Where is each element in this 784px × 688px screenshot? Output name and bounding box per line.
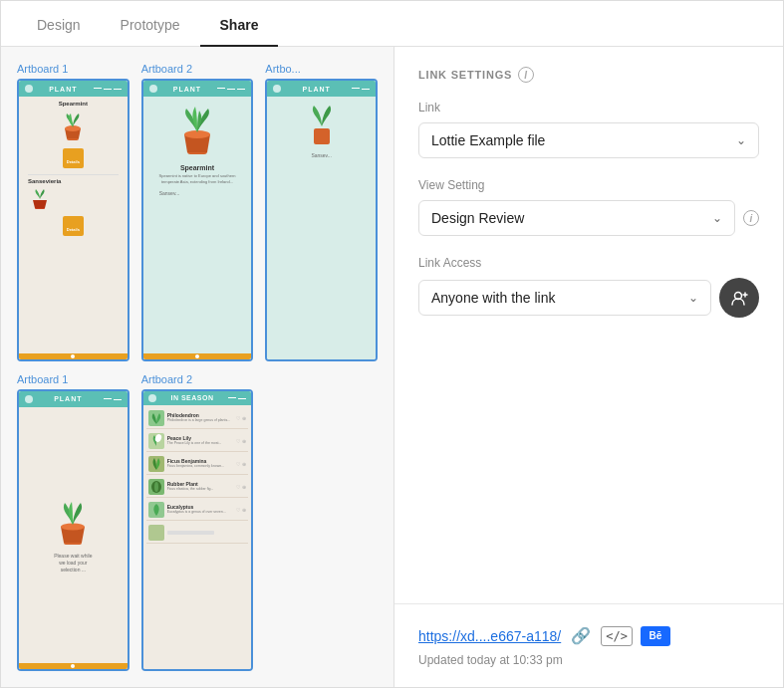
view-setting-info-icon[interactable]: i	[743, 210, 759, 226]
link-field-label: Link	[418, 101, 759, 115]
artboard-2-bot-thumb[interactable]: IN SEASON	[141, 389, 254, 672]
season-item-philodendron: Philodendron Philodendron is a large gen…	[146, 408, 249, 429]
embed-code-icon[interactable]: </>	[601, 626, 633, 646]
behance-label: Bē	[650, 630, 662, 641]
phone-footer-1	[19, 353, 128, 359]
menu-icon-1	[94, 88, 122, 90]
tab-share[interactable]: Share	[200, 1, 279, 47]
artboard-3-top-label: Artbo...	[265, 63, 378, 75]
link-chevron-icon: ⌄	[736, 133, 746, 147]
main-content: Artboard 1 PLANT	[1, 47, 783, 687]
loading-body: Please wait whilewe load yourselection .…	[19, 407, 128, 664]
sansevieria-pot	[28, 186, 52, 212]
artboard-2-top-label: Artboard 2	[141, 63, 254, 75]
app-title-1: PLANT	[49, 86, 77, 93]
artboard-3-top: Artbo... PLANT	[265, 63, 378, 361]
footer-dot	[71, 354, 75, 358]
link-access-chevron-icon: ⌄	[688, 291, 698, 305]
artboard-2-top: Artboard 2 PLANT	[141, 63, 254, 361]
copy-link-icon[interactable]: 🔗	[569, 624, 593, 647]
link-access-field-group: Link Access Anyone with the link ⌄	[418, 256, 759, 318]
season-item-peace-lily: Peace Lily The Peace Lily is one of the …	[146, 431, 249, 452]
loading-pot-svg	[51, 497, 95, 549]
updated-text: Updated today at 10:33 pm	[418, 653, 759, 667]
svg-point-2	[65, 125, 81, 131]
view-setting-label: View Setting	[418, 178, 759, 192]
artboard-1-bot-label: Artboard 1	[17, 373, 130, 385]
loading-text: Please wait whilewe load yourselection .…	[54, 553, 92, 573]
link-access-label: Link Access	[418, 256, 759, 270]
phone-mock-2: PLANT	[143, 81, 252, 359]
view-setting-dropdown[interactable]: Design Review ⌄	[418, 200, 735, 236]
artboard-1-top-thumb[interactable]: PLANT Spearmint	[17, 79, 130, 361]
phone-header-3: PLANT	[267, 81, 376, 97]
in-season-screen: IN SEASON	[143, 391, 252, 670]
behance-button[interactable]: Bē	[641, 626, 670, 646]
section-title-text: LINK SETTINGS	[418, 69, 512, 81]
link-settings-section: LINK SETTINGS i Link Lottie Example file…	[394, 47, 783, 604]
season-item-rubber: Rubber Plant Ficus elastica, the rubber …	[146, 477, 249, 498]
partial-plant-svg	[302, 101, 342, 150]
link-access-dropdown[interactable]: Anyone with the link ⌄	[418, 280, 711, 316]
tab-prototype[interactable]: Prototype	[101, 1, 200, 47]
svg-rect-8	[314, 128, 330, 144]
artboard-2-top-thumb[interactable]: PLANT	[141, 79, 254, 361]
back-circle	[25, 85, 33, 93]
link-field-group: Link Lottie Example file ⌄	[418, 101, 759, 158]
back-circle-2	[149, 85, 157, 93]
plant-pot-svg-1	[57, 109, 89, 144]
view-setting-chevron-icon: ⌄	[712, 211, 722, 225]
svg-marker-4	[33, 200, 47, 208]
loading-header: PLANT	[19, 391, 128, 407]
season-item-ficus: Ficus Benjamina Ficus benjamina, commonl…	[146, 454, 249, 475]
tab-bar: Design Prototype Share	[1, 1, 783, 47]
artboard-2-bot-label: Artboard 2	[141, 373, 254, 385]
view-setting-row: Design Review ⌄ i	[418, 200, 759, 236]
phone-footer-2	[143, 353, 252, 359]
app-title-2: PLANT	[173, 86, 201, 93]
link-access-value: Anyone with the link	[431, 290, 556, 306]
phone-body-2: Spearmint Spearmint is native to Europe …	[143, 97, 252, 353]
invite-button[interactable]	[719, 278, 759, 318]
artboard-1-top: Artboard 1 PLANT	[17, 63, 130, 361]
share-link[interactable]: https://xd....e667-a118/	[418, 628, 561, 644]
svg-point-14	[154, 482, 158, 492]
invite-user-icon	[730, 289, 748, 307]
link-value: Lottie Example file	[431, 132, 545, 148]
spearmint-pot-svg	[172, 103, 222, 162]
phone-mock-3: PLANT Sansev...	[267, 81, 376, 359]
artboard-1-top-label: Artboard 1	[17, 63, 130, 75]
share-actions: https://xd....e667-a118/ 🔗 </> Bē	[418, 624, 759, 647]
info-icon[interactable]: i	[518, 67, 534, 83]
in-season-header: IN SEASON	[143, 391, 252, 405]
artboard-2-bot: Artboard 2 IN SEASON	[141, 373, 254, 672]
view-setting-value: Design Review	[431, 210, 524, 226]
artboard-grid: Artboard 1 PLANT	[1, 47, 394, 687]
link-access-row: Anyone with the link ⌄	[418, 278, 759, 318]
in-season-title: IN SEASON	[170, 394, 213, 401]
phone-header-1: PLANT	[19, 81, 128, 97]
artboard-3-top-thumb[interactable]: PLANT Sansev...	[265, 79, 378, 361]
link-dropdown[interactable]: Lottie Example file ⌄	[418, 122, 759, 158]
right-panel: LINK SETTINGS i Link Lottie Example file…	[394, 47, 783, 687]
menu-icon-2	[217, 88, 245, 90]
view-setting-field-group: View Setting Design Review ⌄ i	[418, 178, 759, 236]
artboard-1-bot-thumb[interactable]: PLANT	[17, 389, 130, 672]
in-season-body: Philodendron Philodendron is a large gen…	[143, 405, 252, 670]
app-container: Design Prototype Share Artboard 1 PLANT	[0, 0, 784, 688]
phone-body-1: Spearmint	[19, 97, 128, 353]
section-title: LINK SETTINGS i	[418, 67, 759, 83]
phone-header-2: PLANT	[143, 81, 252, 97]
tab-design[interactable]: Design	[17, 1, 101, 47]
artboard-1-bot: Artboard 1 PLANT	[17, 373, 130, 672]
plant-name-spearmint: Spearmint	[59, 101, 88, 107]
season-item-more	[146, 523, 249, 544]
share-section: https://xd....e667-a118/ 🔗 </> Bē Update…	[394, 604, 783, 687]
phone-mock-1: PLANT Spearmint	[19, 81, 128, 359]
season-item-eucalyptus: Eucalyptus Eucalyptus is a genus of over…	[146, 500, 249, 521]
loading-screen: PLANT	[19, 391, 128, 670]
